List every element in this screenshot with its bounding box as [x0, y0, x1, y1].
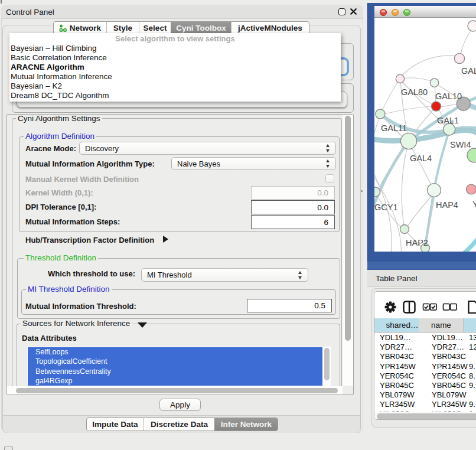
svg-text:Y: Y	[472, 200, 476, 209]
svg-text:GCY1: GCY1	[374, 203, 398, 212]
svg-text:GAL10: GAL10	[435, 92, 462, 101]
svg-text:GAL1: GAL1	[437, 116, 459, 125]
svg-text:GAL4: GAL4	[410, 154, 432, 163]
svg-text:SWI4: SWI4	[450, 140, 471, 149]
svg-text:GAL80: GAL80	[401, 87, 428, 97]
svg-text:HAP2: HAP2	[406, 238, 428, 247]
svg-text:GAL2: GAL2	[461, 66, 476, 76]
svg-text:HAP4: HAP4	[436, 200, 458, 210]
svg-text:GAL11: GAL11	[381, 123, 407, 133]
